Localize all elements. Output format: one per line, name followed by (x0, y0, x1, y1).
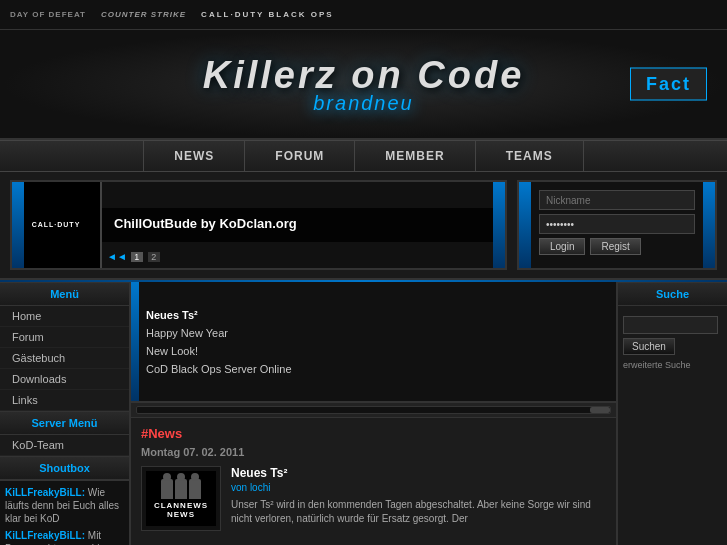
shoutbox-user-1: KiLLFreakyBiLL: (5, 487, 85, 498)
news-title-1: Neues Ts² (231, 466, 606, 480)
advanced-search-link[interactable]: erweiterte Suche (623, 360, 722, 370)
menu-forum[interactable]: Forum (0, 327, 129, 348)
search-input[interactable] (623, 316, 718, 334)
announcement-left-bar (131, 282, 139, 401)
menu-gastebuch[interactable]: Gästebuch (0, 348, 129, 369)
nav-forum[interactable]: Forum (245, 140, 355, 172)
slider-content: ChillOutBude by KoDclan.org (102, 208, 505, 242)
main-content: Menü Home Forum Gästebuch Downloads Link… (0, 282, 727, 545)
news-body-1: Neues Ts² von lochi Unser Ts² wird in de… (231, 466, 606, 531)
login-right-accent (703, 182, 715, 268)
search-button[interactable]: Suchen (623, 338, 675, 355)
shoutbox-msg-2: KiLLFreakyBiLL: Mit Bauen gehts voran bi… (5, 529, 124, 545)
day-of-defeat-logo: DAY OF DEFEAT (10, 10, 86, 19)
scroll-bar-row (131, 402, 616, 418)
search-section: Suchen erweiterte Suche (618, 311, 727, 375)
nickname-input[interactable] (539, 190, 695, 210)
slider-page-1[interactable]: 1 (131, 252, 143, 262)
server-menu-title: Server Menü (0, 411, 129, 435)
news-item-1: CLANNEWS NEWS Neues Ts² von lochi Unser … (141, 466, 606, 531)
register-button[interactable]: Regist (590, 238, 640, 255)
call-of-duty-logo: CALL·DUTY BLACK OPS (201, 10, 334, 19)
counter-strike-logo: COUNTER STRIKE (101, 10, 186, 19)
ann-item-1[interactable]: Neues Ts² (146, 306, 292, 324)
clan-figure-3 (189, 479, 201, 499)
slider-login-row: CALL·DUTY ChillOutBude by KoDclan.org ◄◄… (0, 172, 727, 280)
slider-image: CALL·DUTY (12, 182, 102, 268)
navigation-bar: News Forum Member Teams (0, 140, 727, 172)
slider-navigation: ◄◄ 1 2 (107, 250, 161, 262)
news-text-1: Unser Ts² wird in den kommenden Tagen ab… (231, 498, 606, 526)
fact-badge: Fact (630, 68, 707, 101)
slider-prev-arrow[interactable]: ◄◄ (107, 251, 127, 262)
center-content: Neues Ts² Happy New Year New Look! CoD B… (130, 282, 617, 545)
slider-page-indicator: 1 2 (130, 250, 161, 262)
login-button[interactable]: Login (539, 238, 585, 255)
news-thumbnail-1: CLANNEWS NEWS (141, 466, 221, 531)
announcement-panel: Neues Ts² Happy New Year New Look! CoD B… (131, 282, 616, 402)
nav-teams[interactable]: Teams (476, 140, 584, 172)
slider-right-accent (493, 182, 505, 268)
menu-downloads[interactable]: Downloads (0, 369, 129, 390)
announcement-list: Neues Ts² Happy New Year New Look! CoD B… (131, 296, 307, 388)
password-input[interactable] (539, 214, 695, 234)
scroll-track[interactable] (136, 406, 611, 414)
slide-title: ChillOutBude by KoDclan.org (114, 216, 493, 231)
clan-figures (161, 479, 201, 499)
top-logos-bar: DAY OF DEFEAT COUNTER STRIKE CALL·DUTY B… (0, 0, 727, 30)
slider-left-accent (12, 182, 24, 268)
site-header: Killerz on Code brandneu Fact (0, 30, 727, 140)
nav-member[interactable]: Member (355, 140, 475, 172)
ann-item-2[interactable]: Happy New Year (146, 324, 292, 342)
header-title-block: Killerz on Code brandneu (203, 54, 525, 115)
menu-kod-team[interactable]: KoD-Team (0, 435, 129, 456)
clan-figure-2 (175, 479, 187, 499)
ann-item-3[interactable]: New Look! (146, 342, 292, 360)
clan-figure-1 (161, 479, 173, 499)
site-main-title: Killerz on Code (203, 54, 525, 97)
slider-area: CALL·DUTY ChillOutBude by KoDclan.org ◄◄… (10, 180, 507, 270)
cod-logo: CALL·DUTY (32, 220, 81, 230)
menu-section-title: Menü (0, 282, 129, 306)
news-date: Montag 07. 02. 2011 (141, 446, 606, 458)
shoutbox-title: Shoutbox (0, 456, 129, 480)
news-author-1: von lochi (231, 482, 606, 493)
news-section: #News Montag 07. 02. 2011 CLANNEWS NEWS (131, 418, 616, 539)
menu-links[interactable]: Links (0, 390, 129, 411)
menu-home[interactable]: Home (0, 306, 129, 327)
slider-page-2[interactable]: 2 (148, 252, 160, 262)
sidebar-right: Suche Suchen erweiterte Suche (617, 282, 727, 545)
shoutbox-msg-1: KiLLFreakyBiLL: Wie läufts denn bei Euch… (5, 486, 124, 525)
login-left-accent (519, 182, 531, 268)
shoutbox-area: KiLLFreakyBiLL: Wie läufts denn bei Euch… (0, 480, 129, 545)
nav-news[interactable]: News (143, 140, 245, 172)
scroll-thumb[interactable] (590, 407, 610, 413)
login-area: Login Regist (517, 180, 717, 270)
ann-item-4[interactable]: CoD Black Ops Server Online (146, 360, 292, 378)
news-logo-text: CLANNEWS NEWS (146, 501, 216, 519)
clan-logo: CLANNEWS NEWS (146, 471, 216, 526)
sidebar-left: Menü Home Forum Gästebuch Downloads Link… (0, 282, 130, 545)
news-section-header: #News (141, 426, 606, 441)
shoutbox-user-2: KiLLFreakyBiLL: (5, 530, 85, 541)
search-title: Suche (618, 282, 727, 306)
